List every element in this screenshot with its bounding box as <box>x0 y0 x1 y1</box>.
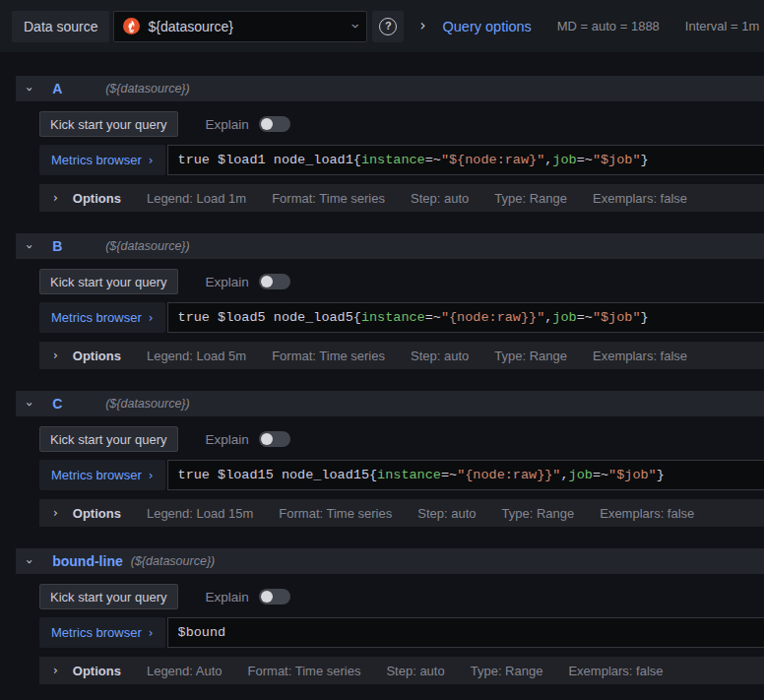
query-options-toggle[interactable]: › Query options <box>419 19 531 34</box>
chevron-right-icon: › <box>149 627 154 639</box>
explain-label: Explain <box>206 117 249 132</box>
toggle-knob <box>261 276 273 287</box>
metrics-browser-button[interactable]: Metrics browser › <box>39 617 165 648</box>
options-row[interactable]: › Options Legend: Load 15m Format: Time … <box>39 499 764 527</box>
query-toolbar: Kick start your query Explain <box>39 269 764 294</box>
option-format: Format: Time series <box>272 191 385 206</box>
chevron-right-icon: › <box>149 470 154 481</box>
options-label: Options <box>73 191 121 206</box>
option-type: Type: Range <box>502 506 575 521</box>
ref-id: B <box>52 238 97 254</box>
prometheus-icon <box>123 18 140 34</box>
options-label: Options <box>73 664 121 678</box>
option-format: Format: Time series <box>279 506 392 521</box>
metrics-browser-button[interactable]: Metrics browser › <box>39 460 165 490</box>
chevron-right-icon: › <box>149 312 154 324</box>
option-legend: Legend: Load 5m <box>147 349 246 363</box>
chevron-down-icon: › <box>348 24 362 30</box>
query-header-B[interactable]: › B (${datasource}) <box>16 233 764 259</box>
datasource-hint: (${datasource}) <box>105 397 189 411</box>
option-exemplars: Exemplars: false <box>593 349 687 363</box>
kick-start-query-button[interactable]: Kick start your query <box>39 584 178 609</box>
option-step: Step: auto <box>386 664 444 678</box>
options-label: Options <box>73 349 121 363</box>
toggle-knob <box>261 433 273 445</box>
query-expression-input[interactable]: true $load1 node_load1{instance=~"${node… <box>167 145 764 175</box>
toggle-knob <box>261 591 273 603</box>
query-expression-row: Metrics browser › true $load1 node_load1… <box>39 145 764 175</box>
query-row-B: › B (${datasource}) Kick start your quer… <box>16 233 764 369</box>
kick-start-query-button[interactable]: Kick start your query <box>39 426 178 452</box>
option-type: Type: Range <box>494 349 567 363</box>
options-label: Options <box>73 506 121 521</box>
help-icon: ? <box>379 18 397 35</box>
collapse-chevron-icon: › <box>24 401 36 406</box>
option-step: Step: auto <box>411 349 469 363</box>
kick-start-query-button[interactable]: Kick start your query <box>39 111 178 137</box>
query-header-bound-line[interactable]: › bound-line (${datasource}) <box>16 548 764 574</box>
kick-start-query-button[interactable]: Kick start your query <box>39 269 178 294</box>
explain-label: Explain <box>206 590 249 605</box>
max-data-points-value: MD = auto = 1888 <box>557 19 660 33</box>
chevron-right-icon: › <box>53 665 58 676</box>
metrics-browser-button[interactable]: Metrics browser › <box>39 302 165 333</box>
ref-id: A <box>52 81 97 96</box>
chevron-right-icon: › <box>53 192 58 204</box>
option-legend: Legend: Auto <box>147 664 223 678</box>
explain-label: Explain <box>206 432 249 447</box>
ref-id: C <box>52 396 97 412</box>
query-toolbar: Kick start your query Explain <box>39 111 764 137</box>
query-editor-toolbar: Data source ${datasource} › ? › Query op… <box>0 0 764 52</box>
datasource-label: Data source <box>12 11 109 42</box>
datasource-value: ${datasource} <box>148 19 344 34</box>
query-row-C: › C (${datasource}) Kick start your quer… <box>16 391 764 527</box>
query-row-bound-line: › bound-line (${datasource}) Kick start … <box>16 548 764 684</box>
explain-label: Explain <box>206 275 249 289</box>
query-header-A[interactable]: › A (${datasource}) <box>16 76 764 101</box>
metrics-browser-label: Metrics browser <box>51 153 142 167</box>
option-exemplars: Exemplars: false <box>600 506 694 521</box>
explain-toggle[interactable] <box>259 431 290 447</box>
options-row[interactable]: › Options Legend: Auto Format: Time seri… <box>39 657 764 684</box>
query-expression-input[interactable]: true $load5 node_load5{instance=~"{node:… <box>167 302 764 333</box>
metrics-browser-label: Metrics browser <box>51 310 142 325</box>
option-exemplars: Exemplars: false <box>568 664 663 678</box>
query-options-label: Query options <box>442 19 531 34</box>
query-header-C[interactable]: › C (${datasource}) <box>16 391 764 416</box>
collapse-chevron-icon: › <box>24 86 36 91</box>
query-toolbar: Kick start your query Explain <box>39 584 764 609</box>
options-row[interactable]: › Options Legend: Load 5m Format: Time s… <box>39 342 764 369</box>
datasource-hint: (${datasource}) <box>105 239 189 253</box>
query-row-A: › A (${datasource}) Kick start your quer… <box>16 76 764 212</box>
option-format: Format: Time series <box>272 349 385 363</box>
option-step: Step: auto <box>411 191 469 206</box>
options-row[interactable]: › Options Legend: Load 1m Format: Time s… <box>39 184 764 212</box>
datasource-picker[interactable]: ${datasource} › <box>113 11 367 42</box>
query-expression-input[interactable]: $bound <box>167 617 764 648</box>
chevron-right-icon: › <box>53 507 58 519</box>
query-expression-row: Metrics browser › $bound <box>39 617 764 648</box>
explain-toggle[interactable] <box>259 116 290 132</box>
option-type: Type: Range <box>471 664 543 678</box>
query-toolbar: Kick start your query Explain <box>39 426 764 452</box>
datasource-help-button[interactable]: ? <box>372 11 404 42</box>
option-legend: Legend: Load 15m <box>147 506 253 521</box>
chevron-right-icon: › <box>419 19 425 33</box>
collapse-chevron-icon: › <box>24 243 36 248</box>
metrics-browser-button[interactable]: Metrics browser › <box>39 145 165 175</box>
datasource-hint: (${datasource}) <box>105 82 189 95</box>
query-rows: › A (${datasource}) Kick start your quer… <box>0 52 764 684</box>
query-expression-row: Metrics browser › true $load5 node_load5… <box>39 302 764 333</box>
explain-toggle[interactable] <box>259 274 290 289</box>
toggle-knob <box>261 118 273 130</box>
option-format: Format: Time series <box>248 664 361 678</box>
query-expression-row: Metrics browser › true $load15 node_load… <box>39 460 764 490</box>
metrics-browser-label: Metrics browser <box>51 625 142 640</box>
explain-toggle[interactable] <box>259 589 290 605</box>
option-type: Type: Range <box>494 191 567 206</box>
option-step: Step: auto <box>417 506 476 521</box>
query-expression-input[interactable]: true $load15 node_load15{instance=~"{nod… <box>167 460 764 490</box>
chevron-right-icon: › <box>53 350 58 361</box>
option-exemplars: Exemplars: false <box>593 191 687 206</box>
chevron-right-icon: › <box>149 155 154 166</box>
